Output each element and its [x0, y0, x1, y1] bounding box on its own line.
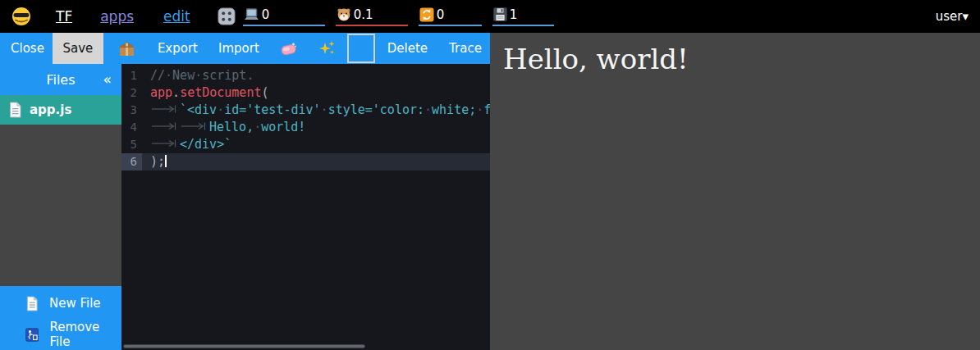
editor-toolbar: Close Save Export Import — [0, 33, 490, 64]
files-header: Files « — [0, 64, 121, 95]
stat-saves[interactable]: 1 — [492, 7, 554, 26]
save-button[interactable]: Save — [53, 33, 103, 64]
smiley-sunglasses-icon[interactable] — [11, 7, 31, 26]
top-bar: TF apps edit 0 0.1 — [0, 0, 980, 33]
sparkles-icon — [318, 40, 336, 57]
close-button[interactable]: Close — [11, 41, 44, 56]
repeat-icon — [419, 7, 434, 22]
hamster-icon — [337, 7, 351, 21]
line-number: 6 — [121, 153, 142, 170]
apps-link[interactable]: apps — [100, 8, 134, 25]
code-line[interactable]: 6); — [121, 153, 490, 170]
line-number: 2 — [121, 84, 142, 102]
stat-cpu[interactable]: 0.1 — [336, 7, 408, 26]
stat-value: 0.1 — [354, 7, 373, 22]
text-cursor — [165, 155, 167, 167]
main-region: Close Save Export Import — [0, 33, 980, 350]
preview-hello-text: Hello, world! — [503, 43, 967, 75]
code-lines: 1//·New·script.2app.setDocument(3`<div·i… — [121, 67, 490, 170]
new-file-icon — [25, 296, 39, 311]
line-number: 4 — [121, 119, 142, 136]
code-line[interactable]: 2app.setDocument( — [121, 84, 490, 102]
trace-button[interactable]: Trace — [449, 41, 482, 56]
new-file-label: New File — [49, 296, 101, 311]
app-preview-pane: Hello, world! — [490, 33, 980, 350]
dice-icon[interactable] — [218, 7, 236, 25]
code-text: //·New·script. — [142, 67, 490, 84]
code-editor[interactable]: 1//·New·script.2app.setDocument(3`<div·i… — [121, 64, 490, 350]
export-button[interactable]: Export — [158, 41, 198, 56]
soap-button[interactable] — [280, 42, 297, 56]
code-text: `<div·id='test-div'·style='color:·white;… — [142, 102, 490, 119]
line-number: 1 — [121, 67, 142, 84]
brand-link[interactable]: TF — [56, 8, 72, 25]
stat-value: 0 — [437, 7, 445, 22]
stat-loops[interactable]: 0 — [419, 7, 482, 26]
user-menu[interactable]: user▾ — [936, 9, 969, 24]
stat-value: 0 — [262, 7, 270, 22]
files-sidebar: Files « app.js N — [0, 64, 121, 350]
collapse-sidebar-button[interactable]: « — [103, 64, 112, 95]
laptop-icon — [244, 8, 259, 21]
code-line[interactable]: 4Hello,·world! — [121, 119, 490, 136]
code-text: ); — [142, 153, 490, 170]
stat-value: 1 — [510, 7, 518, 22]
line-number: 3 — [121, 102, 142, 119]
line-number: 5 — [121, 136, 142, 153]
code-text: Hello,·world! — [142, 119, 490, 136]
edit-link[interactable]: edit — [163, 8, 190, 25]
soap-icon — [280, 42, 297, 56]
sidebar-empty-area — [0, 125, 121, 286]
package-icon — [118, 41, 135, 57]
code-line[interactable]: 1//·New·script. — [121, 67, 490, 84]
import-button[interactable]: Import — [218, 41, 259, 56]
new-file-button[interactable]: New File — [0, 288, 121, 319]
code-text: </div>` — [142, 136, 490, 153]
code-line[interactable]: 5</div>` — [121, 136, 490, 153]
floppy-icon — [493, 7, 507, 21]
package-button[interactable] — [118, 41, 135, 57]
sidebar-actions: New File Remove File — [0, 286, 121, 350]
file-item-appjs[interactable]: app.js — [0, 95, 121, 125]
delete-button[interactable]: Delete — [387, 41, 428, 56]
sparkles-button[interactable] — [318, 40, 336, 57]
file-name: app.js — [30, 102, 71, 117]
files-title: Files — [46, 72, 75, 88]
horizontal-scrollbar[interactable] — [123, 344, 365, 348]
blank-button[interactable] — [347, 34, 375, 63]
file-icon — [8, 102, 22, 118]
stat-sessions[interactable]: 0 — [243, 7, 325, 26]
remove-file-label: Remove File — [49, 320, 121, 349]
stat-counters: 0 0.1 0 — [243, 7, 565, 26]
remove-file-button[interactable]: Remove File — [0, 319, 121, 350]
code-text: app.setDocument( — [142, 84, 490, 102]
litter-bin-icon — [25, 328, 39, 342]
code-line[interactable]: 3`<div·id='test-div'·style='color:·white… — [121, 102, 490, 119]
